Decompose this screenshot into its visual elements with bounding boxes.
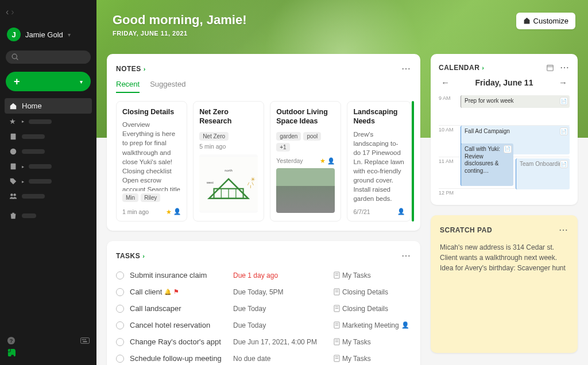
search-icon (11, 53, 19, 61)
task-checkbox[interactable] (116, 288, 124, 296)
note-time: 5 min ago (199, 143, 258, 150)
task-checkbox[interactable] (116, 355, 124, 363)
chevron-down-icon: ▾ (80, 79, 83, 85)
person-icon: 👤 (401, 321, 409, 329)
calendar-next[interactable]: → (556, 76, 570, 88)
task-row[interactable]: Call client🔔⚑Due Today, 5PMClosing Detai… (116, 284, 411, 300)
scratchpad-title: SCRATCH PAD (440, 226, 492, 234)
note-card[interactable]: Net Zero Research Net Zero 5 min ago nor… (193, 101, 264, 222)
task-row[interactable]: Submit insurance claimDue 1 day agoMy Ta… (116, 267, 411, 284)
tag: pool (303, 132, 321, 141)
calendar-event[interactable]: Prep for work week📄 (461, 95, 570, 108)
tasks-widget: TASKS› ⋯ Submit insurance claimDue 1 day… (107, 241, 420, 365)
task-row[interactable]: Call landscaperDue TodayClosing Details (116, 300, 411, 317)
hero-date: FRIDAY, JUNE 11, 2021 (113, 30, 572, 37)
note-thumbnail: north☀west (199, 154, 258, 213)
calendar-grid: 9 AM Prep for work week📄 10 AM Fall Ad C… (439, 94, 570, 197)
tag: garden (276, 132, 301, 141)
nav-shortcuts[interactable]: ★▸ (5, 114, 92, 129)
calendar-title[interactable]: CALENDAR› (439, 64, 485, 72)
svg-text:?: ? (10, 338, 13, 344)
nav-shared[interactable] (5, 189, 92, 204)
notes-widget: NOTES› ⋯ Recent Suggested Closing Detail… (107, 54, 420, 231)
tag: Min (122, 193, 138, 202)
task-row[interactable]: Schedule follow-up meetingNo due dateMy … (116, 350, 411, 365)
note-time: 1 min ago (122, 208, 149, 215)
calendar-more[interactable]: ⋯ (560, 62, 570, 73)
cal-hour-label: 9 AM (439, 94, 461, 125)
task-due: Due 1 day ago (233, 271, 328, 279)
nav-arrows: ‹ › (5, 5, 92, 20)
scratchpad-widget[interactable]: SCRATCH PAD ⋯ Micah's new address is 314… (431, 215, 578, 353)
calendar-prev[interactable]: ← (439, 76, 452, 88)
chevron-right-icon: › (142, 253, 145, 259)
nav-notes[interactable] (5, 129, 92, 144)
svg-text:north: north (225, 168, 233, 172)
notes-more[interactable]: ⋯ (401, 63, 411, 74)
event-label: Team Onboarding (520, 161, 566, 167)
cal-hour-label: 11 AM (439, 157, 461, 188)
user-menu[interactable]: J Jamie Gold ▾ (5, 24, 92, 45)
star-icon: ★ (166, 208, 172, 215)
calendar-open-icon[interactable] (546, 64, 554, 72)
back-arrow[interactable]: ‹ (6, 7, 9, 17)
task-checkbox[interactable] (116, 338, 124, 346)
doc-icon (334, 305, 340, 312)
task-due: Due Today (233, 321, 328, 329)
customize-icon (523, 17, 531, 25)
scratchpad-content[interactable]: Micah's new address is 314 Cedar st. Cli… (440, 242, 568, 273)
task-checkbox[interactable] (116, 271, 124, 279)
home-icon (9, 102, 17, 110)
note-card[interactable]: Outdoor Living Space Ideas garden pool +… (270, 101, 341, 222)
calendar-event[interactable]: Call with Yuki: Review disclosures & con… (461, 143, 513, 186)
person-icon: 👤 (397, 208, 405, 215)
nav-home[interactable]: Home (5, 98, 92, 114)
note-tags: garden pool +1 (276, 132, 335, 152)
cal-hour-label: 12 PM (439, 189, 461, 197)
task-name: Call client🔔⚑ (130, 288, 227, 296)
help-icon[interactable]: ? (7, 336, 16, 345)
search-input[interactable] (6, 51, 91, 64)
nav-tags[interactable]: ▸ (5, 174, 92, 189)
calendar-nav: ← Friday, June 11 → (439, 76, 570, 88)
tag: Net Zero (199, 132, 229, 141)
scroll-indicator[interactable] (412, 101, 414, 222)
new-button[interactable]: + ▾ (6, 72, 91, 91)
customize-button[interactable]: Customize (516, 13, 575, 29)
keyboard-icon[interactable] (80, 337, 90, 344)
task-due: No due date (233, 355, 328, 363)
note-tags: Min Riley (122, 193, 181, 202)
note-card[interactable]: Landscaping Needs Drew's landscaping to-… (347, 101, 411, 222)
book-icon (9, 162, 17, 170)
task-row[interactable]: Change Ray's doctor's apptDue Jun 17, 20… (116, 333, 411, 350)
tasks-more[interactable]: ⋯ (401, 250, 411, 261)
scratchpad-more[interactable]: ⋯ (559, 224, 568, 235)
forward-arrow[interactable]: › (11, 7, 14, 17)
tag: +1 (276, 143, 289, 152)
task-location: My Tasks (334, 338, 411, 346)
svg-rect-4 (11, 164, 16, 170)
tab-suggested[interactable]: Suggested (150, 80, 185, 93)
task-name: Schedule follow-up meeting (130, 354, 227, 363)
nav-trash[interactable] (5, 208, 92, 223)
task-list: Submit insurance claimDue 1 day agoMy Ta… (116, 267, 411, 365)
task-location: My Tasks (334, 271, 411, 279)
task-checkbox[interactable] (116, 321, 124, 329)
task-name: Change Ray's doctor's appt (130, 337, 227, 346)
note-body: Overview Everything is here to prep for … (122, 120, 181, 191)
nav-tasks[interactable] (5, 144, 92, 159)
bell-icon: 🔔 (164, 289, 171, 295)
tab-recent[interactable]: Recent (116, 80, 140, 93)
tasks-title[interactable]: TASKS› (116, 252, 145, 260)
notes-title[interactable]: NOTES› (116, 65, 146, 73)
note-icon (9, 133, 17, 141)
task-row[interactable]: Cancel hotel reservationDue TodayMarketi… (116, 317, 411, 333)
trash-icon (9, 212, 17, 220)
note-time: 6/7/21 (353, 208, 370, 215)
calendar-event[interactable]: Team Onboarding📄 (516, 158, 570, 189)
task-location: Closing Details (334, 288, 411, 296)
task-checkbox[interactable] (116, 305, 124, 313)
note-card[interactable]: Closing Details Overview Everything is h… (116, 101, 187, 222)
nav-notebooks[interactable]: ▸ (5, 159, 92, 174)
evernote-logo-icon[interactable] (7, 348, 16, 357)
